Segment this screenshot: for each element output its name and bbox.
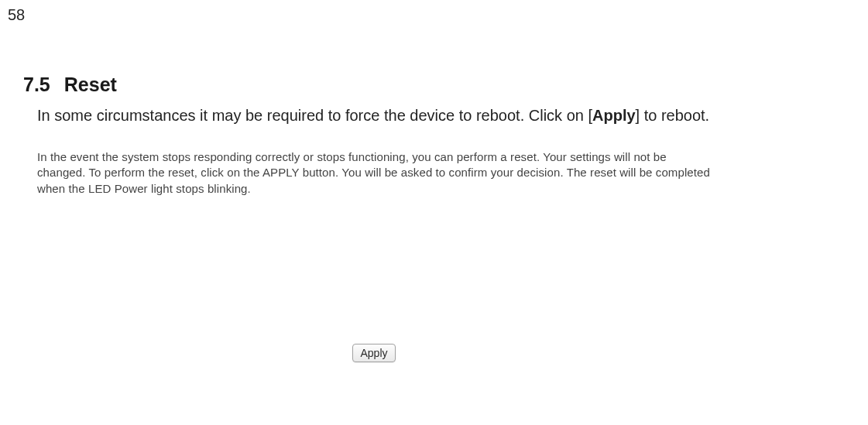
body-suffix: ] to reboot. [636,107,710,124]
panel-description: In the event the system stops responding… [37,149,711,197]
reset-panel: In the event the system stops responding… [37,149,711,362]
body-bold: Apply [592,107,636,124]
body-paragraph: In some circumstances it may be required… [37,105,845,126]
page-number: 58 [8,6,25,24]
section-container: 7.5Reset In some circumstances it may be… [23,74,845,362]
body-prefix: In some circumstances it may be required… [37,107,592,124]
apply-button-wrap: Apply [37,344,711,362]
apply-button[interactable]: Apply [352,344,395,362]
section-number: 7.5 [23,74,50,96]
section-title: Reset [64,74,117,95]
section-heading: 7.5Reset [23,74,845,96]
